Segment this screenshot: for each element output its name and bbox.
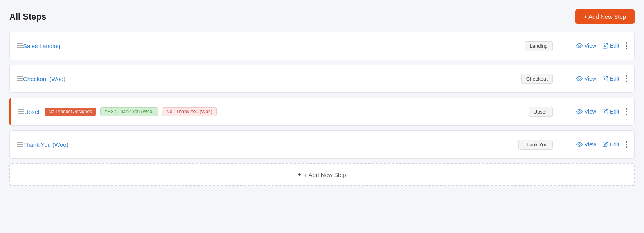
step-badge-checkout-woo: Checkout bbox=[521, 74, 553, 84]
edit-label: Edit bbox=[610, 76, 619, 82]
eye-icon bbox=[576, 141, 583, 148]
step-name-checkout-woo[interactable]: Checkout (Woo) bbox=[23, 76, 65, 82]
tag-yes: YES : Thank You (Woo) bbox=[100, 107, 158, 116]
eye-icon bbox=[576, 108, 583, 115]
more-button-sales-landing[interactable] bbox=[626, 42, 627, 49]
step-name-sales-landing[interactable]: Sales Landing bbox=[23, 43, 60, 49]
edit-button-upsell[interactable]: Edit bbox=[603, 108, 619, 115]
pencil-icon bbox=[603, 142, 608, 147]
svg-point-0 bbox=[579, 45, 580, 47]
step-card-sales-landing: Sales LandingLanding View Edit bbox=[9, 32, 635, 60]
eye-icon bbox=[576, 43, 583, 49]
view-label: View bbox=[585, 43, 596, 49]
view-label: View bbox=[585, 141, 596, 148]
step-card-upsell: UpsellNo Product AssignedYES : Thank You… bbox=[9, 98, 635, 126]
more-button-thank-you-woo[interactable] bbox=[626, 141, 627, 148]
edit-label: Edit bbox=[610, 43, 619, 49]
step-badge-upsell: Upsell bbox=[529, 107, 553, 117]
svg-point-1 bbox=[579, 78, 580, 79]
tag-no: No : Thank You (Woo) bbox=[162, 107, 217, 116]
tag-no-product: No Product Assigned bbox=[45, 108, 96, 116]
drag-handle[interactable] bbox=[17, 76, 23, 81]
view-button-sales-landing[interactable]: View bbox=[576, 43, 596, 49]
pencil-icon bbox=[603, 43, 608, 49]
more-button-checkout-woo[interactable] bbox=[626, 75, 627, 82]
page-title: All Steps bbox=[9, 12, 46, 22]
step-actions: View Edit bbox=[576, 108, 627, 115]
step-actions: View Edit bbox=[576, 42, 627, 49]
pencil-icon bbox=[603, 76, 608, 81]
step-card-checkout-woo: Checkout (Woo)Checkout View Edit bbox=[9, 65, 635, 93]
plus-icon: + bbox=[298, 171, 301, 178]
view-label: View bbox=[585, 108, 596, 115]
more-button-upsell[interactable] bbox=[626, 108, 627, 115]
svg-point-3 bbox=[579, 144, 580, 145]
view-button-upsell[interactable]: View bbox=[576, 108, 596, 115]
edit-button-checkout-woo[interactable]: Edit bbox=[603, 76, 619, 82]
view-button-checkout-woo[interactable]: View bbox=[576, 76, 596, 82]
page-header: All Steps + Add New Step bbox=[9, 9, 635, 24]
step-name-upsell[interactable]: Upsell bbox=[24, 108, 41, 115]
view-button-thank-you-woo[interactable]: View bbox=[576, 141, 596, 148]
eye-icon bbox=[576, 76, 583, 82]
svg-point-2 bbox=[579, 111, 580, 112]
pencil-icon bbox=[603, 109, 608, 114]
drag-handle[interactable] bbox=[17, 43, 23, 48]
step-badge-sales-landing: Landing bbox=[525, 41, 553, 51]
edit-button-sales-landing[interactable]: Edit bbox=[603, 43, 619, 49]
step-name-thank-you-woo[interactable]: Thank You (Woo) bbox=[23, 141, 68, 148]
step-card-thank-you-woo: Thank You (Woo)Thank You View Edit bbox=[9, 130, 635, 159]
step-badge-thank-you-woo: Thank You bbox=[518, 140, 552, 150]
edit-label: Edit bbox=[610, 141, 619, 148]
drag-handle[interactable] bbox=[17, 142, 23, 147]
view-label: View bbox=[585, 76, 596, 82]
drag-handle[interactable] bbox=[18, 109, 24, 114]
add-new-step-bottom[interactable]: + + Add New Step bbox=[9, 163, 635, 186]
steps-list: Sales LandingLanding View EditCheckout (… bbox=[9, 32, 635, 159]
step-actions: View Edit bbox=[576, 141, 627, 148]
edit-button-thank-you-woo[interactable]: Edit bbox=[603, 141, 619, 148]
edit-label: Edit bbox=[610, 108, 619, 115]
bottom-add-label: + Add New Step bbox=[304, 172, 346, 178]
add-new-step-button[interactable]: + Add New Step bbox=[575, 9, 635, 24]
step-actions: View Edit bbox=[576, 75, 627, 82]
